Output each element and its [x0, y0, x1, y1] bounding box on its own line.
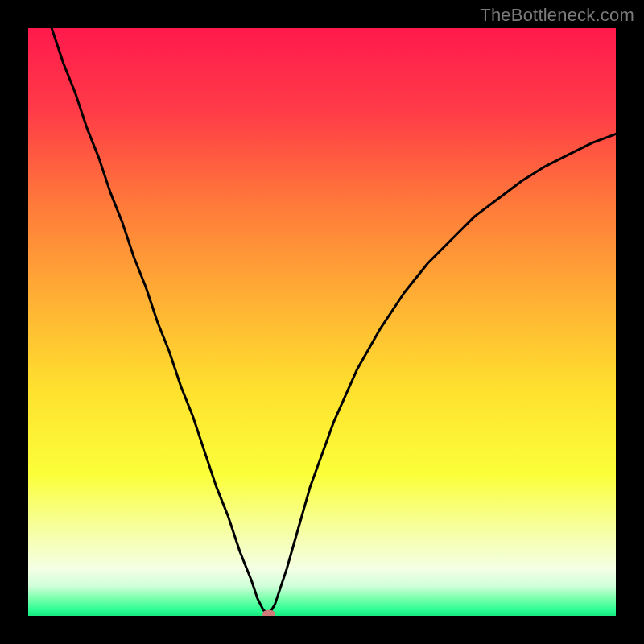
- minimum-marker: [262, 609, 275, 616]
- chart-frame: TheBottleneck.com: [0, 0, 644, 644]
- bottleneck-curve: [28, 28, 616, 616]
- plot-area: [28, 28, 616, 616]
- watermark-label: TheBottleneck.com: [480, 5, 634, 26]
